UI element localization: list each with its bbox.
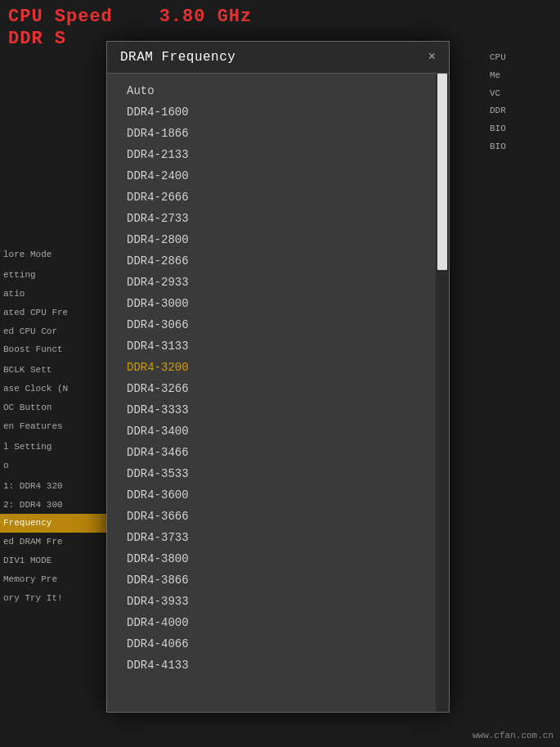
option-item-15[interactable]: DDR4-3333 xyxy=(107,399,436,421)
left-item-14: o xyxy=(0,457,114,475)
option-item-14[interactable]: DDR4-3266 xyxy=(107,378,436,399)
right-item-bio1: BIO xyxy=(486,120,560,138)
option-item-10[interactable]: DDR4-3000 xyxy=(107,293,436,314)
option-item-11[interactable]: DDR4-3066 xyxy=(107,314,436,335)
left-item-16: 1: DDR4 320 xyxy=(0,477,114,496)
option-item-0[interactable]: Auto xyxy=(107,80,436,101)
scrollbar-thumb[interactable] xyxy=(437,74,447,270)
modal-close-button[interactable]: × xyxy=(428,50,436,65)
option-item-5[interactable]: DDR4-2666 xyxy=(107,187,436,208)
right-item-ddr: DDR xyxy=(486,102,560,120)
left-item-4: ated CPU Fre xyxy=(0,304,114,322)
modal-titlebar: DRAM Frequency × xyxy=(107,42,449,74)
option-item-21[interactable]: DDR4-3733 xyxy=(107,527,436,548)
right-item-cpu: CPU xyxy=(486,49,560,67)
left-item-8: BCLK Sett xyxy=(0,361,114,380)
option-item-17[interactable]: DDR4-3466 xyxy=(107,442,436,463)
option-item-12[interactable]: DDR4-3133 xyxy=(107,335,436,357)
option-item-27[interactable]: DDR4-4133 xyxy=(107,655,436,676)
left-item-0: lore Mode xyxy=(0,245,114,264)
left-item-19: ed DRAM Fre xyxy=(0,533,114,551)
left-item-9: ase Clock (N xyxy=(0,380,114,398)
option-item-4[interactable]: DDR4-2400 xyxy=(107,165,436,187)
option-item-3[interactable]: DDR4-2133 xyxy=(107,144,436,165)
left-item-6: Boost Funct xyxy=(0,340,114,359)
option-item-13[interactable]: DDR4-3200 xyxy=(107,357,436,378)
left-item-20: DIV1 MODE xyxy=(0,551,114,570)
left-item-18[interactable]: Frequency xyxy=(0,514,114,533)
option-item-8[interactable]: DDR4-2866 xyxy=(107,250,436,272)
left-panel: lore Mode etting atio ated CPU Fre ed CP… xyxy=(0,245,114,608)
watermark: www.cfan.com.cn xyxy=(473,731,553,740)
option-item-24[interactable]: DDR4-3933 xyxy=(107,591,436,612)
left-item-22: ory Try It! xyxy=(0,589,114,608)
dram-frequency-modal: DRAM Frequency × AutoDDR4-1600DDR4-1866D… xyxy=(106,41,450,713)
option-item-16[interactable]: DDR4-3400 xyxy=(107,421,436,442)
left-item-13: l Setting xyxy=(0,438,114,457)
option-item-23[interactable]: DDR4-3866 xyxy=(107,569,436,591)
option-item-1[interactable]: DDR4-1600 xyxy=(107,101,436,123)
option-item-6[interactable]: DDR4-2733 xyxy=(107,208,436,229)
left-item-3: atio xyxy=(0,285,114,304)
left-item-11: en Features xyxy=(0,417,114,436)
left-item-17: 2: DDR4 300 xyxy=(0,496,114,515)
option-item-25[interactable]: DDR4-4000 xyxy=(107,612,436,633)
option-item-2[interactable]: DDR4-1866 xyxy=(107,123,436,144)
left-item-5: ed CPU Cor xyxy=(0,322,114,341)
left-item-10: OC Button xyxy=(0,398,114,417)
option-item-20[interactable]: DDR4-3666 xyxy=(107,506,436,527)
option-item-9[interactable]: DDR4-2933 xyxy=(107,272,436,293)
left-item-2: etting xyxy=(0,266,114,285)
right-item-vc: VC xyxy=(486,85,560,103)
right-panel: CPU Me VC DDR BIO BIO xyxy=(486,49,560,156)
left-item-21: Memory Pre xyxy=(0,570,114,589)
option-item-7[interactable]: DDR4-2800 xyxy=(107,229,436,250)
option-item-18[interactable]: DDR4-3533 xyxy=(107,463,436,484)
options-list[interactable]: AutoDDR4-1600DDR4-1866DDR4-2133DDR4-2400… xyxy=(107,74,436,712)
option-item-19[interactable]: DDR4-3600 xyxy=(107,484,436,506)
scrollbar-track[interactable] xyxy=(436,74,449,712)
modal-title: DRAM Frequency xyxy=(120,50,235,65)
option-item-22[interactable]: DDR4-3800 xyxy=(107,548,436,569)
right-item-me: Me xyxy=(486,67,560,85)
bios-background: CPU Speed 3.80 GHz DDR S CPU Me VC DDR B… xyxy=(0,0,560,747)
modal-body: AutoDDR4-1600DDR4-1866DDR4-2133DDR4-2400… xyxy=(107,74,449,712)
cpu-speed-line: CPU Speed 3.80 GHz xyxy=(8,7,552,27)
right-item-bio2: BIO xyxy=(486,138,560,156)
option-item-26[interactable]: DDR4-4066 xyxy=(107,633,436,655)
